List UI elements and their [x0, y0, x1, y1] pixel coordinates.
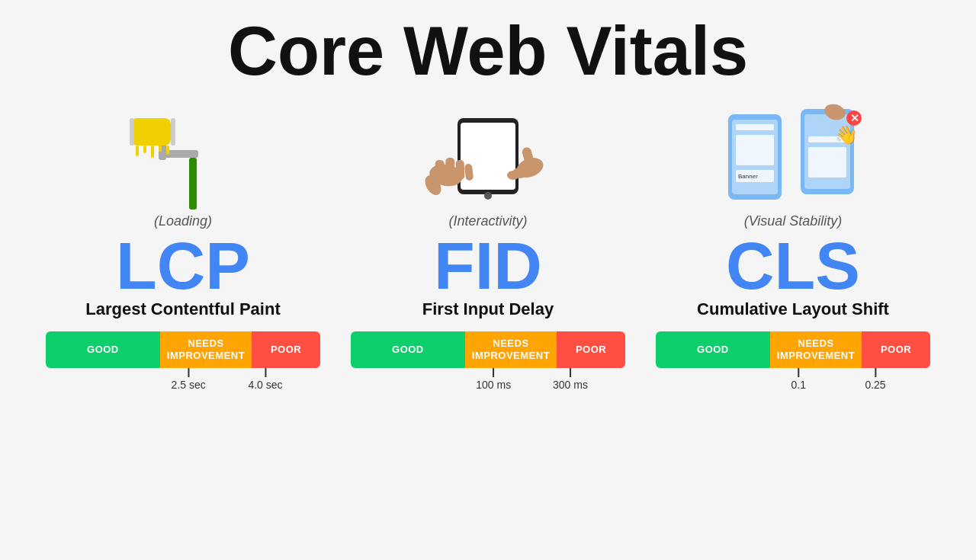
fid-icon — [389, 99, 587, 213]
svg-text:✕: ✕ — [850, 112, 859, 124]
cls-good: GOOD — [656, 331, 770, 368]
fid-tick1: 100 ms — [476, 368, 511, 391]
cls-tick2-line — [875, 368, 876, 377]
fid-tick1-label: 100 ms — [476, 379, 511, 391]
fid-scale: GOOD NEEDSIMPROVEMENT POOR 100 ms 300 ms — [351, 331, 625, 392]
svg-rect-9 — [151, 146, 154, 158]
svg-text:Banner: Banner — [738, 173, 758, 180]
lcp-tick1-line — [188, 368, 189, 377]
fid-name: First Input Delay — [422, 299, 554, 319]
fid-tick2-label: 300 ms — [553, 379, 588, 391]
svg-rect-11 — [166, 146, 169, 155]
cls-tick1-label: 0.1 — [791, 379, 805, 391]
metrics-row: (Loading) LCP Largest Contentful Paint G… — [30, 99, 946, 392]
lcp-tick2-line — [265, 368, 266, 377]
lcp-category: (Loading) — [154, 213, 212, 229]
fid-ticks: 100 ms 300 ms — [351, 368, 625, 392]
cls-needs: NEEDSIMPROVEMENT — [770, 331, 862, 368]
svg-rect-28 — [736, 135, 774, 165]
svg-text:👋: 👋 — [835, 123, 858, 146]
svg-rect-34 — [808, 147, 846, 178]
lcp-name: Largest Contentful Paint — [85, 299, 280, 319]
lcp-ticks: 2.5 sec 4.0 sec — [46, 368, 320, 392]
cls-tick2: 0.25 — [865, 368, 885, 391]
fid-tick1-line — [493, 368, 494, 377]
svg-rect-7 — [136, 146, 139, 156]
cls-poor: POOR — [862, 331, 930, 368]
fid-acronym: FID — [434, 232, 542, 299]
lcp-poor: POOR — [252, 331, 320, 368]
svg-rect-4 — [131, 118, 171, 146]
lcp-good: GOOD — [46, 331, 160, 368]
svg-point-18 — [507, 171, 519, 180]
fid-category: (Interactivity) — [448, 213, 527, 229]
cls-tick1-line — [798, 368, 799, 377]
svg-rect-6 — [171, 118, 175, 146]
svg-rect-27 — [736, 124, 774, 130]
svg-rect-22 — [456, 159, 465, 179]
cls-bar: GOOD NEEDSIMPROVEMENT POOR — [656, 331, 930, 368]
lcp-tick2: 4.0 sec — [248, 368, 282, 391]
lcp-tick1: 2.5 sec — [172, 368, 206, 391]
cls-category: (Visual Stability) — [744, 213, 843, 229]
cls-ticks: 0.1 0.25 — [656, 368, 930, 392]
fid-tick2: 300 ms — [553, 368, 588, 391]
cls-tick2-label: 0.25 — [865, 379, 885, 391]
fid-tick2-line — [570, 368, 571, 377]
svg-point-14 — [484, 192, 492, 200]
svg-rect-8 — [143, 146, 146, 153]
cls-name: Cumulative Layout Shift — [697, 299, 889, 319]
fid-poor: POOR — [557, 331, 625, 368]
fid-good: GOOD — [351, 331, 465, 368]
lcp-tick2-label: 4.0 sec — [248, 379, 282, 391]
svg-rect-21 — [445, 157, 454, 180]
cls-tick1: 0.1 — [791, 368, 805, 391]
fid-bar: GOOD NEEDSIMPROVEMENT POOR — [351, 331, 625, 368]
lcp-needs: NEEDSIMPROVEMENT — [160, 331, 252, 368]
lcp-acronym: LCP — [116, 232, 250, 299]
cls-icon: Banner ✕ 👋 — [717, 99, 869, 213]
lcp-icon — [122, 99, 244, 213]
lcp-tick1-label: 2.5 sec — [172, 379, 206, 391]
lcp-scale: GOOD NEEDSIMPROVEMENT POOR 2.5 sec 4.0 s… — [46, 331, 320, 392]
lcp-bar: GOOD NEEDSIMPROVEMENT POOR — [46, 331, 320, 368]
svg-rect-0 — [189, 158, 197, 210]
svg-rect-10 — [159, 146, 162, 152]
metric-cls: Banner ✕ 👋 (Visual Stability) CLS Cumula… — [656, 99, 930, 392]
svg-rect-5 — [130, 118, 134, 146]
page-title: Core Web Vitals — [228, 15, 748, 88]
metric-lcp: (Loading) LCP Largest Contentful Paint G… — [46, 99, 320, 392]
fid-needs: NEEDSIMPROVEMENT — [465, 331, 557, 368]
cls-acronym: CLS — [726, 232, 860, 299]
metric-fid: (Interactivity) FID First Input Delay GO… — [351, 99, 625, 392]
cls-scale: GOOD NEEDSIMPROVEMENT POOR 0.1 0.25 — [656, 331, 930, 392]
